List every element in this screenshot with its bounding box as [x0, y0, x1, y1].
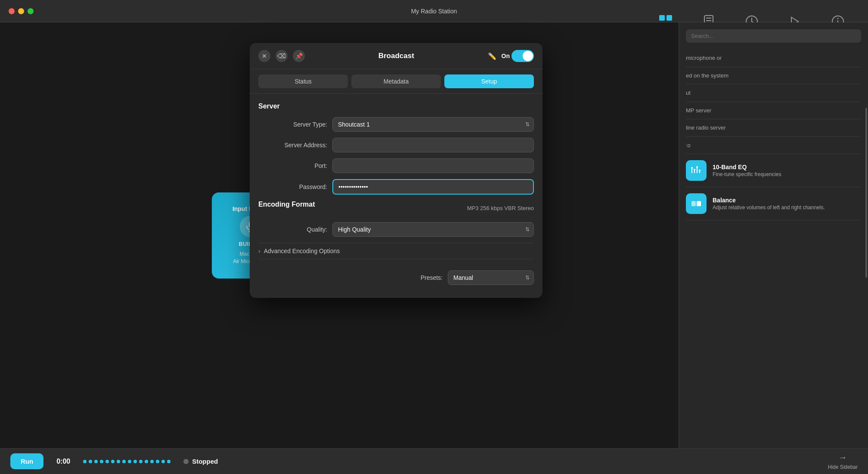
status-text: Stopped: [192, 458, 218, 465]
encoding-header: Encoding Format MP3 256 kbps VBR Stereo: [258, 201, 534, 215]
progress-dot: [105, 460, 109, 463]
modal-pin-button[interactable]: 📌: [293, 50, 305, 62]
modal-tabs: Status Metadata Setup: [250, 69, 542, 94]
chevron-right-icon: ›: [258, 248, 260, 254]
progress-dot: [94, 460, 98, 463]
progress-dot: [100, 460, 103, 463]
progress-dot: [83, 460, 87, 463]
broadcast-modal: ✕ ⌫ 📌 Broadcast ✏️ On Status Metadata Se…: [250, 43, 542, 298]
server-type-row: Server Type: Shoutcast 1 Shoutcast 2 Ice…: [258, 117, 534, 132]
encoding-section-title: Encoding Format: [258, 201, 315, 208]
progress-dot: [133, 460, 137, 463]
sidebar-items: microphone or ed on the system ut MP ser…: [679, 50, 868, 220]
sidebar-text-4: MP server: [686, 102, 861, 120]
progress-dot: [156, 460, 159, 463]
svg-point-22: [691, 167, 693, 169]
toggle-label: On: [502, 53, 510, 59]
advanced-encoding-section[interactable]: › Advanced Encoding Options: [258, 243, 534, 259]
progress-dot: [145, 460, 148, 463]
presets-row: Presets: Manual Pop Talk Radio Classical…: [258, 266, 534, 289]
plugin-eq-info: 10-Band EQ Fine-tune specific frequencie…: [713, 164, 781, 177]
app-title: My Radio Station: [411, 8, 457, 15]
plugin-balance-desc: Adjust relative volumes of left and righ…: [713, 204, 825, 211]
server-address-label: Server Address:: [258, 142, 327, 149]
password-input[interactable]: [332, 179, 534, 195]
bottom-bar: Run 0:00 Stopped → Hide Sidebar: [0, 448, 868, 474]
modal-title: Broadcast: [310, 52, 483, 60]
quality-select-wrapper: Low Quality Medium Quality High Quality …: [332, 222, 534, 237]
plugin-balance-icon: [686, 193, 707, 214]
quality-row: Quality: Low Quality Medium Quality High…: [258, 222, 534, 237]
sidebar-text-6: :o: [686, 137, 861, 155]
plugin-item-eq[interactable]: 10-Band EQ Fine-tune specific frequencie…: [686, 154, 861, 187]
quality-select[interactable]: Low Quality Medium Quality High Quality …: [332, 222, 534, 237]
modal-body: Server Server Type: Shoutcast 1 Shoutcas…: [250, 94, 542, 298]
sidebar-text-3: ut: [686, 84, 861, 102]
sidebar-text-2: ed on the system: [686, 67, 861, 85]
sidebar-text-5: line radio server: [686, 119, 861, 137]
plugin-balance-info: Balance Adjust relative volumes of left …: [713, 197, 825, 211]
search-input[interactable]: [686, 29, 861, 43]
progress-dot: [122, 460, 126, 463]
quality-label: Quality:: [258, 226, 327, 233]
modal-back-button[interactable]: ⌫: [276, 50, 288, 62]
presets-select[interactable]: Manual Pop Talk Radio Classical: [448, 270, 534, 285]
plugin-item-balance[interactable]: Balance Adjust relative volumes of left …: [686, 187, 861, 220]
progress-dot: [111, 460, 115, 463]
server-address-input[interactable]: navy.radio.co: [332, 138, 534, 152]
progress-dot: [161, 460, 165, 463]
tab-setup[interactable]: Setup: [444, 74, 534, 88]
modal-header: ✕ ⌫ 📌 Broadcast ✏️ On: [250, 43, 542, 69]
sidebar-text-1: microphone or: [686, 50, 861, 67]
server-type-select[interactable]: Shoutcast 1 Shoutcast 2 Icecast 2: [332, 117, 534, 132]
modal-close-button[interactable]: ✕: [258, 50, 270, 62]
progress-dot: [117, 460, 120, 463]
sidebar-search-area: [679, 22, 868, 50]
progress-dot: [89, 460, 92, 463]
password-label: Password:: [258, 183, 327, 190]
status-indicator: Stopped: [183, 458, 218, 465]
toggle-track[interactable]: [512, 50, 534, 62]
svg-point-14: [837, 18, 839, 19]
progress-dot: [139, 460, 143, 463]
server-type-select-wrapper: Shoutcast 1 Shoutcast 2 Icecast 2 ⇅: [332, 117, 534, 132]
advanced-encoding-label: Advanced Encoding Options: [264, 248, 340, 254]
hide-sidebar-label: Hide Sidebar: [828, 464, 858, 470]
toggle-thumb: [523, 51, 533, 61]
timer: 0:00: [56, 458, 70, 465]
presets-select-wrapper: Manual Pop Talk Radio Classical ⇅: [448, 270, 534, 285]
password-row: Password:: [258, 179, 534, 195]
progress-dot: [128, 460, 131, 463]
window-controls: [9, 8, 34, 14]
minimize-button[interactable]: [18, 8, 24, 14]
svg-point-24: [696, 166, 698, 168]
tab-metadata[interactable]: Metadata: [351, 74, 441, 88]
server-type-label: Server Type:: [258, 121, 327, 128]
modal-edit-button[interactable]: ✏️: [488, 52, 496, 60]
maximize-button[interactable]: [28, 8, 34, 14]
svg-rect-0: [659, 15, 665, 21]
svg-point-23: [694, 169, 695, 170]
status-dot: [183, 459, 189, 464]
toggle-switch[interactable]: On: [502, 50, 534, 62]
close-button[interactable]: [9, 8, 15, 14]
port-row: Port: 5364: [258, 158, 534, 173]
plugin-eq-name: 10-Band EQ: [713, 164, 781, 170]
encoding-info: MP3 256 kbps VBR Stereo: [467, 205, 534, 211]
plugin-balance-name: Balance: [713, 197, 825, 204]
plugin-eq-icon: [686, 160, 707, 181]
port-input[interactable]: 5364: [332, 158, 534, 173]
svg-rect-26: [691, 201, 696, 206]
scrollbar[interactable]: [865, 108, 867, 278]
svg-rect-1: [666, 15, 672, 21]
progress-dots: [83, 460, 170, 463]
tab-status[interactable]: Status: [258, 74, 348, 88]
run-button[interactable]: Run: [10, 453, 43, 469]
hide-sidebar-button[interactable]: → Hide Sidebar: [828, 452, 858, 470]
server-address-row: Server Address: navy.radio.co: [258, 138, 534, 152]
server-section-title: Server: [258, 102, 534, 110]
svg-point-25: [699, 170, 701, 171]
presets-label: Presets:: [421, 274, 443, 281]
svg-rect-27: [697, 201, 701, 206]
progress-dot: [150, 460, 154, 463]
